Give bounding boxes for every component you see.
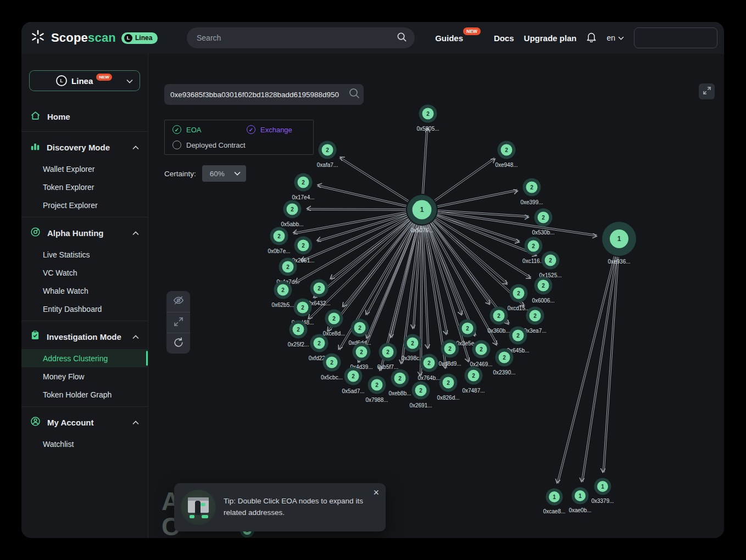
sidebar-item-address-clustering[interactable]: Address Clustering [21, 349, 148, 367]
graph-node-0x6432[interactable]: 20x6432... [308, 279, 330, 306]
graph-node-label: 0x7487... [462, 388, 485, 394]
global-search[interactable] [187, 27, 415, 48]
graph-node-0xd6dd[interactable]: 20xd6dd... [348, 319, 371, 346]
sidebar-item-project-explorer[interactable]: Project Explorer [21, 196, 148, 214]
graph-node-0x6006[interactable]: 20x6006... [532, 277, 554, 304]
graph-node-0xe399[interactable]: 20xe399... [520, 178, 543, 205]
graph-node-label: 0xe948... [495, 162, 517, 168]
network-selector[interactable]: L Linea NEW [29, 70, 140, 91]
graph-node-0x4d39[interactable]: 20x4d39... [350, 343, 372, 370]
graph-node-0x2051[interactable]: 20x2051... [292, 237, 314, 264]
sidebar-item-money-flow[interactable]: Money Flow [21, 367, 148, 385]
account-button[interactable] [634, 27, 717, 48]
graph-node-0x5805[interactable]: 20x5805... [416, 105, 439, 132]
graph-node-0x5abb[interactable]: 20x5abb... [281, 200, 303, 227]
graph-node-0x530b[interactable]: 20x530b... [532, 209, 554, 236]
sidebar-item-live-statistics[interactable]: Live Statistics [21, 245, 148, 264]
sidebar-item-entity-dashboard[interactable]: Entity Dashboard [21, 300, 148, 318]
graph-node-0xcae8[interactable]: 10xcae8... [543, 489, 566, 514]
graph-node-0x826d[interactable]: 20x826d... [437, 374, 459, 401]
legend-exchange[interactable]: ✓ Exchange [247, 125, 292, 134]
graph-edge [307, 210, 406, 211]
graph-node-0x360b[interactable]: 20x360b... [487, 307, 510, 334]
sidebar-item-whale-watch[interactable]: Whale Watch [21, 282, 148, 300]
graph-node-0x62b5[interactable]: 20x62b5... [271, 281, 294, 308]
graph-node-0x1525[interactable]: 20x1525... [539, 251, 561, 278]
graph-node-label: 0xce8d... [323, 331, 346, 337]
language-selector[interactable]: en [606, 33, 624, 42]
bell-icon[interactable] [586, 31, 597, 44]
sidebar-item-token-explorer[interactable]: Token Explorer [21, 178, 148, 196]
graph-node-0xe948[interactable]: 20xe948... [495, 141, 517, 168]
hide-labels-button[interactable] [166, 291, 190, 312]
account-icon [30, 416, 41, 429]
nav-docs[interactable]: Docs [494, 33, 514, 43]
graph-edge [338, 223, 413, 349]
nav-upgrade-plan[interactable]: Upgrade plan [524, 33, 577, 43]
sidebar-item-my-account[interactable]: My Account [21, 410, 148, 435]
fit-view-button[interactable] [166, 312, 190, 333]
guides-new-badge: NEW [463, 27, 481, 35]
network-name: Linea [71, 76, 93, 86]
sidebar-item-token-holder-graph[interactable]: Token Holder Graph [21, 385, 148, 404]
refresh-button[interactable] [166, 333, 190, 354]
sidebar-divider [21, 321, 148, 321]
sidebar-item-label: Discovery Mode [47, 143, 126, 152]
graph-node-0x3379[interactable]: 10x3379... [591, 478, 614, 504]
network-badge[interactable]: LLinea [121, 32, 158, 44]
graph-node-0xb5f7[interactable]: 20xb5f7... [377, 343, 398, 370]
graph-node-label: 0x62b5... [271, 302, 294, 308]
certainty-select[interactable]: 60% [202, 165, 246, 182]
fullscreen-button[interactable] [699, 83, 715, 99]
sidebar-item-home[interactable]: Home [21, 104, 148, 128]
graph-node-label: 0xae0b... [569, 507, 591, 513]
node-type-legend: ✓ EOA ✓ Exchange Deployed Contract [164, 120, 314, 155]
sidebar-item-watchlist[interactable]: Watchlist [21, 435, 148, 453]
graph-node-label: 0xafa7... [317, 162, 338, 168]
graph-node-0xe936[interactable]: 10xe936... [602, 222, 636, 265]
search-icon[interactable] [397, 32, 407, 44]
graph-node-0x7988[interactable]: 20x7988... [365, 376, 388, 403]
graph-edge [435, 159, 495, 201]
svg-text:2: 2 [532, 243, 535, 249]
legend-deployed-contract[interactable]: Deployed Contract [172, 141, 246, 149]
sidebar-item-vc-watch[interactable]: VC Watch [21, 264, 148, 282]
graph-node-0xc116[interactable]: 20xc116... [522, 237, 544, 264]
close-icon[interactable]: × [373, 488, 379, 497]
graph-node-0xae0b[interactable]: 10xae0b... [569, 488, 591, 513]
circle-icon [172, 141, 181, 149]
graph-node-0x3e5e[interactable]: 20x3e5e... [456, 320, 478, 346]
logo[interactable]: Scopescan LLinea [30, 29, 170, 47]
graph-node-0xeb8b[interactable]: 20xeb8b... [388, 369, 411, 396]
graph-node-0x0b7e[interactable]: 20x0b7e... [268, 227, 290, 254]
graph-node-0x5ad7[interactable]: 20x5ad7... [342, 367, 364, 394]
svg-text:2: 2 [286, 264, 290, 270]
graph-edge [301, 215, 407, 260]
sidebar-item-alpha-hunting[interactable]: Alpha Hunting [21, 220, 148, 245]
graph-canvas[interactable]: 10x5076...10xe936...20x5805...20xafa7...… [148, 54, 724, 538]
search-input[interactable] [197, 33, 397, 42]
address-input[interactable] [164, 91, 348, 99]
graph-node-label: 0xc116... [522, 258, 544, 264]
graph-node-label: 0x5805... [416, 126, 439, 132]
svg-text:2: 2 [503, 355, 506, 361]
graph-node-0x25f2[interactable]: 20x25f2... [288, 321, 309, 348]
graph-node-0x17e4[interactable]: 20x17e4... [292, 173, 314, 200]
graph-node-0xce8d[interactable]: 20xce8d... [323, 310, 346, 337]
graph-node-0x5076[interactable]: 10x5076... [407, 195, 437, 233]
legend-eoa[interactable]: ✓ EOA [172, 125, 247, 134]
sidebar-item-wallet-explorer[interactable]: Wallet Explorer [21, 160, 148, 178]
sidebar-item-label: Investigation Mode [47, 332, 126, 341]
sidebar-item-discovery-mode[interactable]: Discovery Mode [21, 135, 148, 160]
address-search[interactable] [164, 84, 364, 105]
graph-node-0xafa7[interactable]: 20xafa7... [317, 141, 338, 168]
search-icon[interactable] [348, 87, 363, 102]
graph-edge [604, 257, 619, 473]
nav-guides[interactable]: Guides [435, 33, 463, 43]
graph-node-0x2691[interactable]: 20x2691... [409, 382, 432, 408]
graph-node-0xcd15[interactable]: 20xcd15... [508, 284, 530, 311]
graph-node-label: 0x530b... [532, 229, 554, 236]
sidebar-item-investigation-mode[interactable]: Investigation Mode [21, 324, 148, 349]
graph-node-0x7487[interactable]: 20x7487... [462, 367, 485, 394]
svg-text:2: 2 [301, 305, 304, 311]
